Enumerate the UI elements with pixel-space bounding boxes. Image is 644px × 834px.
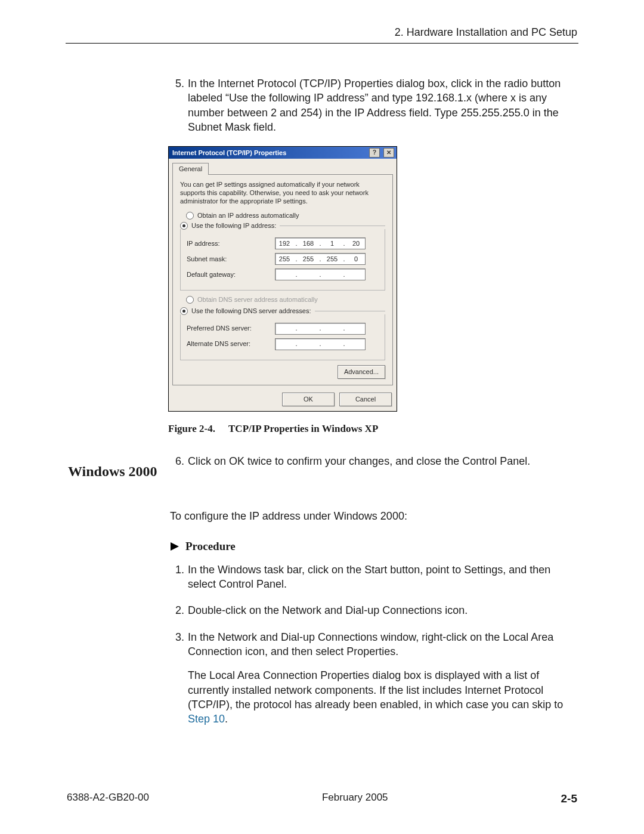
dot-icon: . <box>295 270 298 279</box>
dot-icon: . <box>319 255 321 264</box>
step-text: In the Windows task bar, click on the St… <box>188 563 577 592</box>
step-number: 1. <box>170 563 184 592</box>
label-subnet-mask: Subnet mask: <box>187 255 270 264</box>
page-header: 2. Hardware Installation and PC Setup <box>395 25 577 39</box>
step-text: Double-click on the Network and Dial-up … <box>188 603 577 617</box>
subnet-mask-field[interactable]: 255. 255. 255. 0 <box>275 253 366 265</box>
footer-page-number: 2-5 <box>561 791 577 807</box>
step-number: 5. <box>170 76 184 134</box>
dot-icon: . <box>343 339 345 348</box>
preferred-dns-field[interactable]: . . . <box>275 323 366 335</box>
group-static-dns: Preferred DNS server: . . . Alternate DN… <box>180 314 385 360</box>
dot-icon: . <box>295 255 298 264</box>
dialog-button-bar: OK Cancel <box>169 389 397 411</box>
advanced-button[interactable]: Advanced... <box>338 365 385 379</box>
group-rule <box>280 226 385 226</box>
row-alternate-dns: Alternate DNS server: . . . <box>187 338 379 350</box>
ip-octet: 168 <box>300 239 317 248</box>
ip-octet: 1 <box>324 239 340 248</box>
row-subnet-mask: Subnet mask: 255. 255. 255. 0 <box>187 253 379 265</box>
text-run: The Local Area Connection Properties dia… <box>188 669 563 711</box>
row-ip-address: IP address: 192. 168. 1. 20 <box>187 237 379 249</box>
proc-step-3: 3. In the Network and Dial-up Connection… <box>170 630 577 736</box>
procedure-heading: Procedure <box>170 539 577 554</box>
dot-icon: . <box>295 324 298 333</box>
lead-paragraph: To configure the IP address under Window… <box>170 509 577 523</box>
dot-icon: . <box>343 324 345 333</box>
dot-icon: . <box>319 324 321 333</box>
row-default-gateway: Default gateway: . . . <box>187 268 379 280</box>
step-number: 2. <box>170 603 184 617</box>
figure-2-4: Internet Protocol (TCP/IP) Properties ? … <box>168 146 577 411</box>
proc-step-1: 1. In the Windows task bar, click on the… <box>170 563 577 592</box>
dialog-intro-text: You can get IP settings assigned automat… <box>180 181 385 205</box>
heading-windows-2000: Windows 2000 <box>68 462 166 481</box>
page-footer: 6388-A2-GB20-00 February 2005 2-5 <box>67 791 577 807</box>
advanced-row: Advanced... <box>180 365 385 379</box>
radio-label: Obtain an IP address automatically <box>197 211 299 220</box>
link-step-10[interactable]: Step 10 <box>188 713 225 725</box>
step-number: 3. <box>170 630 184 736</box>
header-rule <box>66 43 578 44</box>
label-alternate-dns: Alternate DNS server: <box>187 339 270 348</box>
step-number: 6. <box>170 454 184 468</box>
figure-title: TCP/IP Properties in Windows XP <box>228 423 378 434</box>
step-6: 6. Click on OK twice to confirm your cha… <box>170 454 577 468</box>
svg-marker-0 <box>171 542 179 551</box>
group-rule <box>315 311 385 311</box>
dot-icon: . <box>343 255 345 264</box>
ip-octet: 0 <box>348 255 364 264</box>
ip-octet: 255 <box>300 255 317 264</box>
default-gateway-field[interactable]: . . . <box>275 268 366 280</box>
tab-strip: General <box>169 159 397 174</box>
figure-label: Figure 2-4. <box>168 423 215 434</box>
dot-icon: . <box>295 339 298 348</box>
tab-general[interactable]: General <box>172 163 209 175</box>
group-static-ip: IP address: 192. 168. 1. 20 Subnet mask:… <box>180 229 385 291</box>
dot-icon: . <box>343 239 345 248</box>
ip-address-field[interactable]: 192. 168. 1. 20 <box>275 237 366 249</box>
ok-button[interactable]: OK <box>282 393 335 406</box>
dot-icon: . <box>319 339 321 348</box>
ip-octet: 192 <box>276 239 293 248</box>
step-text: In the Internet Protocol (TCP/IP) Proper… <box>188 76 577 134</box>
radio-auto-dns: Obtain DNS server address automatically <box>186 295 385 304</box>
cancel-button[interactable]: Cancel <box>339 393 392 406</box>
ip-octet: 255 <box>276 255 293 264</box>
close-icon[interactable]: ✕ <box>383 148 394 157</box>
step-text: In the Network and Dial-up Connections w… <box>188 630 577 659</box>
label-preferred-dns: Preferred DNS server: <box>187 324 270 333</box>
label-ip-address: IP address: <box>187 239 270 248</box>
text-run: . <box>225 713 228 725</box>
proc-step-2: 2. Double-click on the Network and Dial-… <box>170 603 577 617</box>
radio-icon <box>186 212 194 220</box>
dot-icon: . <box>319 270 321 279</box>
dot-icon: . <box>343 270 345 279</box>
figure-caption: Figure 2-4.TCP/IP Properties in Windows … <box>168 422 577 436</box>
help-icon[interactable]: ? <box>369 148 380 157</box>
label-default-gateway: Default gateway: <box>187 270 270 279</box>
radio-label: Obtain DNS server address automatically <box>197 295 318 304</box>
radio-icon <box>186 296 194 304</box>
step-5: 5. In the Internet Protocol (TCP/IP) Pro… <box>170 76 577 134</box>
radio-auto-ip[interactable]: Obtain an IP address automatically <box>186 211 385 220</box>
footer-doc-id: 6388-A2-GB20-00 <box>67 791 149 807</box>
tab-panel-general: You can get IP settings assigned automat… <box>172 174 393 385</box>
dot-icon: . <box>319 239 321 248</box>
dot-icon: . <box>295 239 298 248</box>
alternate-dns-field[interactable]: . . . <box>275 338 366 350</box>
dialog-title: Internet Protocol (TCP/IP) Properties <box>172 149 366 157</box>
row-preferred-dns: Preferred DNS server: . . . <box>187 323 379 335</box>
dialog-titlebar: Internet Protocol (TCP/IP) Properties ? … <box>169 147 397 159</box>
tcpip-properties-dialog: Internet Protocol (TCP/IP) Properties ? … <box>168 146 397 411</box>
procedure-label: Procedure <box>185 539 236 554</box>
step-text: Click on OK twice to confirm your change… <box>188 454 577 468</box>
footer-date: February 2005 <box>322 791 388 807</box>
step-text-result: The Local Area Connection Properties dia… <box>188 668 577 726</box>
ip-octet: 20 <box>348 239 364 248</box>
ip-octet: 255 <box>324 255 340 264</box>
triangle-right-icon <box>170 542 179 551</box>
